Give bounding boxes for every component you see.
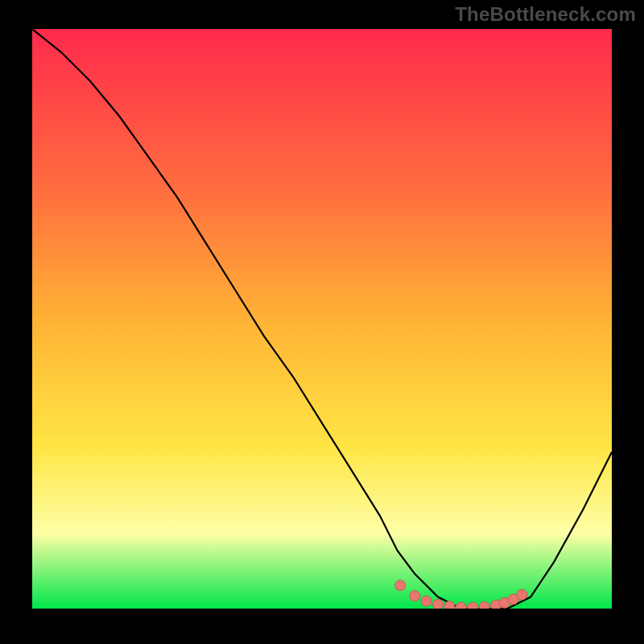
marker-dot: [433, 599, 444, 609]
plot-area: [32, 29, 612, 609]
marker-dot: [444, 601, 455, 609]
chart-svg: [32, 29, 612, 609]
watermark-text: TheBottleneck.com: [455, 3, 636, 26]
marker-dot: [468, 602, 478, 609]
marker-dot: [479, 601, 489, 609]
marker-dot: [421, 596, 431, 606]
marker-dot: [517, 589, 527, 600]
marker-dot: [395, 580, 406, 591]
chart-frame: TheBottleneck.com: [0, 0, 644, 644]
marker-dot: [410, 591, 420, 601]
marker-dot: [456, 602, 466, 609]
